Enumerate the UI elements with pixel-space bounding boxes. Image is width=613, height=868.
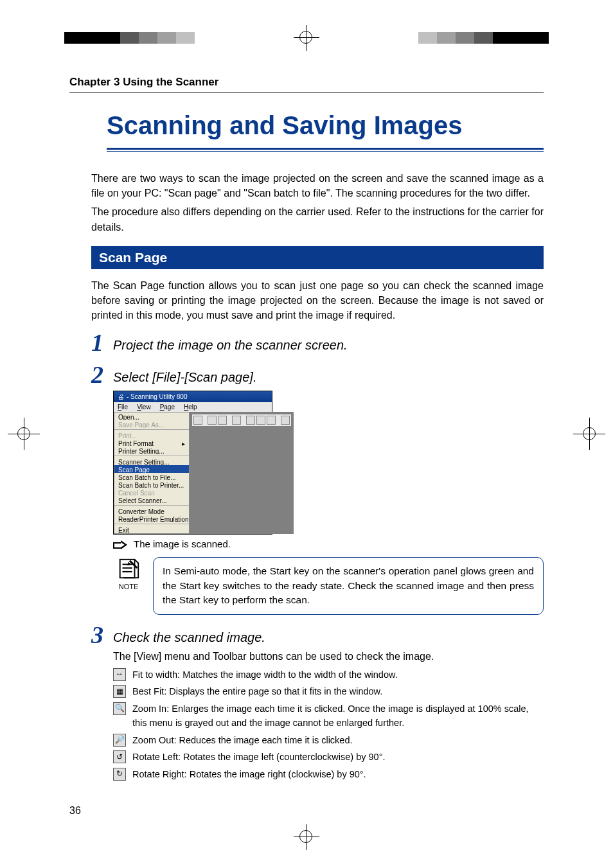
step-3-subtext: The [View] menu and Toolbar buttons can … [113,651,544,662]
toolbar[interactable] [192,414,291,426]
fit-width-desc: Fit to width: Matches the image width to… [132,668,398,682]
note-block: NOTE In Semi-auto mode, the Start key on… [113,557,544,614]
intro-paragraph-2: The procedure also differs depending on … [91,204,544,234]
menu-item-scan-page[interactable]: Scan Page [114,465,189,473]
step-3: 3 Check the scanned image. [91,623,544,647]
result-arrow-icon [113,540,127,549]
fit-width-icon: ↔ [113,668,126,681]
best-fit-desc: Best Fit: Displays the entire page so th… [132,684,382,698]
view-tools-list: ↔ Fit to width: Matches the image width … [113,668,544,781]
menu-item-scan-batch-printer[interactable]: Scan Batch to Printer... [114,481,189,488]
page-number: 36 [69,805,81,817]
step-text: Check the scanned image. [113,623,265,645]
menu-view[interactable]: View [137,403,151,411]
app-icon: 🖨 [118,393,124,400]
document-area [190,412,294,534]
rotate-left-desc: Rotate Left: Rotates the image left (cou… [132,750,385,764]
toolbar-button[interactable] [232,416,241,425]
crop-mark-icon [294,25,319,51]
step-number: 2 [91,362,113,387]
zoom-out-desc: Zoom Out: Reduces the image each time it… [132,733,353,747]
app-screenshot: 🖨 - Scanning Utility 800 File View Page … [113,391,272,535]
menubar[interactable]: File View Page Help [114,402,272,412]
zoom-in-desc: Zoom In: Enlarges the image each time it… [132,702,544,731]
step-1: 1 Project the image on the scanner scree… [91,330,544,355]
section-description: The Scan Page function allows you to sca… [91,278,544,323]
menu-file[interactable]: File [118,403,128,411]
file-menu-dropdown[interactable]: Open... Save Page As... Print... Print F… [114,412,190,534]
step-2: 2 Select [File]-[Scan page]. [91,362,544,387]
menu-item-print-format[interactable]: Print Format▸ [114,439,189,447]
rotate-left-icon: ↺ [113,750,126,763]
menu-item-printer-setting[interactable]: Printer Setting... [114,447,189,454]
zoom-in-icon: 🔍 [113,702,126,715]
menu-item-open[interactable]: Open... [114,412,189,420]
toolbar-button[interactable] [256,416,265,425]
scan-result-row: The image is scanned. [113,538,544,549]
crop-mark-left [8,418,40,450]
chapter-heading: Chapter 3 Using the Scanner [69,76,544,93]
step-text: Select [File]-[Scan page]. [113,362,256,385]
section-heading-scan-page: Scan Page [91,246,544,269]
crop-marks-bottom [0,824,613,836]
menu-item-print: Print... [114,431,189,439]
rotate-right-desc: Rotate Right: Rotates the image right (c… [132,767,366,781]
menu-item-scanner-setting[interactable]: Scanner Setting... [114,457,189,465]
step-text: Project the image on the scanner screen. [113,330,348,353]
intro-paragraph-1: There are two ways to scan the image pro… [91,171,544,200]
zoom-out-icon: 🔎 [113,734,126,747]
title-underline [107,148,544,152]
best-fit-icon: ▦ [113,685,126,698]
toolbar-button[interactable] [267,416,276,425]
menu-item-exit[interactable]: Exit [114,526,189,533]
menu-item-rp-emulation[interactable]: ReaderPrinter Emulation Mode [114,515,189,522]
menu-item-select-scanner[interactable]: Select Scanner... [114,496,189,504]
rotate-right-icon: ↻ [113,768,126,781]
window-titlebar: 🖨 - Scanning Utility 800 [114,391,272,402]
toolbar-button[interactable] [281,416,290,425]
note-label: NOTE [113,583,144,590]
crop-marks-top [0,32,613,44]
page-title: Scanning and Saving Images [107,111,544,145]
crop-mark-right [573,418,605,450]
step-number: 1 [91,330,113,355]
menu-page[interactable]: Page [160,403,175,411]
menu-help[interactable]: Help [184,403,197,411]
menu-item-save-as: Save Page As... [114,420,189,428]
crop-mark-icon [294,824,319,850]
toolbar-button[interactable] [246,416,255,425]
toolbar-button[interactable] [218,416,227,425]
menu-item-cancel-scan: Cancel Scan [114,488,189,496]
note-text: In Semi-auto mode, the Start key on the … [153,557,544,614]
note-icon [116,557,141,581]
step-number: 3 [91,623,113,647]
scan-result-text: The image is scanned. [134,538,231,549]
window-title: - Scanning Utility 800 [127,393,188,400]
toolbar-button[interactable] [208,416,217,425]
menu-item-converter-mode[interactable]: Converter Mode [114,507,189,515]
menu-item-scan-batch-file[interactable]: Scan Batch to File... [114,473,189,481]
toolbar-button[interactable] [193,416,202,425]
